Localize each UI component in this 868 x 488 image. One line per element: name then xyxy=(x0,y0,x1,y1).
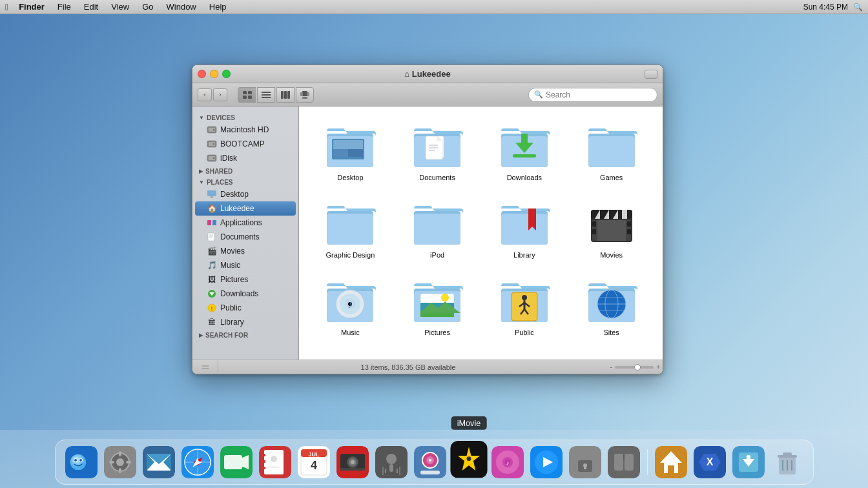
sidebar-item-bootcamp[interactable]: BOOTCAMP xyxy=(192,137,298,151)
apple-menu[interactable]:  xyxy=(5,2,8,12)
svg-rect-72 xyxy=(592,229,596,234)
menubar-help[interactable]: Help xyxy=(207,2,229,12)
sidebar-label: Documents xyxy=(220,232,260,241)
zoom-in-icon[interactable]: + xyxy=(656,363,660,371)
close-button[interactable] xyxy=(198,70,206,78)
menubar-file[interactable]: File xyxy=(55,2,74,12)
sidebar-item-idisk[interactable]: iDisk xyxy=(192,151,298,165)
devices-section[interactable]: ▼ DEVICES xyxy=(192,112,298,123)
menubar-search-icon[interactable]: 🔍 xyxy=(853,3,863,12)
dock-xcode[interactable]: X xyxy=(692,444,728,480)
minimize-button[interactable] xyxy=(210,70,218,78)
sidebar: ▼ DEVICES Macintosh HD BOOTCAMP iDisk xyxy=(192,107,299,360)
folder-music[interactable]: ♪ Music xyxy=(309,272,391,339)
dock-photo-booth[interactable] xyxy=(335,444,371,480)
menubar-edit[interactable]: Edit xyxy=(81,2,101,12)
dock-podcast[interactable] xyxy=(373,444,409,480)
dock-utilities[interactable] xyxy=(606,444,642,480)
places-section[interactable]: ▼ PLACES xyxy=(192,176,298,187)
folder-desktop[interactable]: Desktop xyxy=(309,117,391,184)
search-section[interactable]: ▶ SEARCH FOR xyxy=(192,329,298,340)
search-input[interactable] xyxy=(546,90,652,99)
folder-documents[interactable]: Documents xyxy=(397,117,479,184)
dock-finder[interactable] xyxy=(63,444,99,480)
svg-rect-119 xyxy=(119,451,121,456)
list-view-button[interactable] xyxy=(257,87,275,103)
back-button[interactable]: ‹ xyxy=(198,88,212,101)
dock-imovie[interactable]: iMovie xyxy=(448,439,489,480)
finder-window: ⌂ Lukeedee ‹ › 🔍 xyxy=(192,65,663,374)
svg-rect-5 xyxy=(262,94,271,96)
zoom-control[interactable] xyxy=(645,70,657,79)
sidebar-item-lukeedee[interactable]: 🏠 Lukeedee xyxy=(195,201,296,216)
svg-point-114 xyxy=(74,459,77,462)
dock-quicktime[interactable] xyxy=(528,444,564,480)
imovie-tooltip: iMovie xyxy=(451,416,486,430)
folder-ipod[interactable]: iPod xyxy=(397,194,479,261)
sidebar-item-pictures[interactable]: 🖼 Pictures xyxy=(192,272,298,287)
icon-view-button[interactable] xyxy=(238,87,256,103)
dock-sendmail[interactable] xyxy=(141,444,177,480)
svg-point-88 xyxy=(441,294,449,301)
statusbar-info: 13 items, 836.35 GB available xyxy=(218,363,598,371)
sidebar-item-music[interactable]: 🎵 Music xyxy=(192,258,298,272)
sidebar-item-movies[interactable]: 🎬 Movies xyxy=(192,244,298,258)
menubar-time: Sun 4:45 PM xyxy=(803,3,848,12)
menubar-finder[interactable]: Finder xyxy=(16,2,47,12)
pictures-icon: 🖼 xyxy=(207,274,217,285)
folder-library[interactable]: Library xyxy=(484,194,566,261)
dock-calendar[interactable]: JUL4 xyxy=(296,444,332,480)
dock-keychain[interactable] xyxy=(567,444,603,480)
sidebar-label: Music xyxy=(220,261,240,270)
svg-rect-12 xyxy=(307,92,309,96)
content-area[interactable]: Desktop xyxy=(299,107,663,360)
sidebar-item-applications[interactable]: Applications xyxy=(192,216,298,230)
titlebar: ⌂ Lukeedee xyxy=(192,65,663,83)
zoom-out-icon[interactable]: - xyxy=(610,363,612,371)
forward-button[interactable]: › xyxy=(213,88,227,101)
dock-facetime[interactable] xyxy=(218,444,254,480)
dock-safari[interactable] xyxy=(180,444,216,480)
menubar-view[interactable]: View xyxy=(108,2,132,12)
dock-system-prefs[interactable] xyxy=(102,444,138,480)
folder-public[interactable]: Public xyxy=(484,272,566,339)
svg-rect-183 xyxy=(614,454,623,471)
folder-movies[interactable]: Movies xyxy=(570,194,652,261)
svg-point-22 xyxy=(213,158,215,159)
sidebar-label: Downloads xyxy=(220,289,258,298)
folder-pictures[interactable]: Pictures xyxy=(397,272,479,339)
folder-sites[interactable]: Sites xyxy=(570,272,652,339)
folder-graphic-design[interactable]: Graphic Design xyxy=(309,194,391,261)
shared-section[interactable]: ▶ SHARED xyxy=(192,165,298,176)
statusbar-resize[interactable] xyxy=(192,360,218,374)
svg-point-153 xyxy=(351,460,355,464)
sidebar-item-documents[interactable]: Documents xyxy=(192,230,298,244)
menubar-go[interactable]: Go xyxy=(140,2,156,12)
folder-games[interactable]: Games xyxy=(570,117,652,184)
applications-icon xyxy=(207,218,217,228)
sidebar-item-public[interactable]: ! Public xyxy=(192,301,298,315)
dock-itunes[interactable]: ♪ xyxy=(490,444,526,480)
sidebar-item-macintosh-hd[interactable]: Macintosh HD xyxy=(192,123,298,137)
folder-label: Public xyxy=(515,329,534,336)
dock: JUL4 iMovie ♪ xyxy=(0,430,868,488)
sidebar-item-downloads[interactable]: Downloads xyxy=(192,287,298,301)
zoom-slider[interactable] xyxy=(615,366,654,369)
sidebar-item-library[interactable]: 🏛 Library xyxy=(192,315,298,329)
menubar-window[interactable]: Window xyxy=(164,2,199,12)
search-box[interactable]: 🔍 xyxy=(528,88,657,102)
dock-address-book[interactable] xyxy=(257,444,293,480)
sidebar-label: BOOTCAMP xyxy=(220,139,265,148)
folder-downloads[interactable]: Downloads xyxy=(484,117,566,184)
sidebar-item-desktop[interactable]: Desktop xyxy=(192,187,298,201)
maximize-button[interactable] xyxy=(222,70,231,78)
svg-text:♪: ♪ xyxy=(347,299,353,310)
coverflow-view-button[interactable] xyxy=(296,87,314,103)
dock-home[interactable] xyxy=(653,444,689,480)
column-view-button[interactable] xyxy=(276,87,294,103)
dock-install[interactable] xyxy=(730,444,767,480)
dock-screenshot[interactable] xyxy=(412,444,448,480)
svg-rect-0 xyxy=(243,91,247,94)
folder-label: Graphic Design xyxy=(326,251,375,259)
dock-trash[interactable] xyxy=(769,444,805,480)
